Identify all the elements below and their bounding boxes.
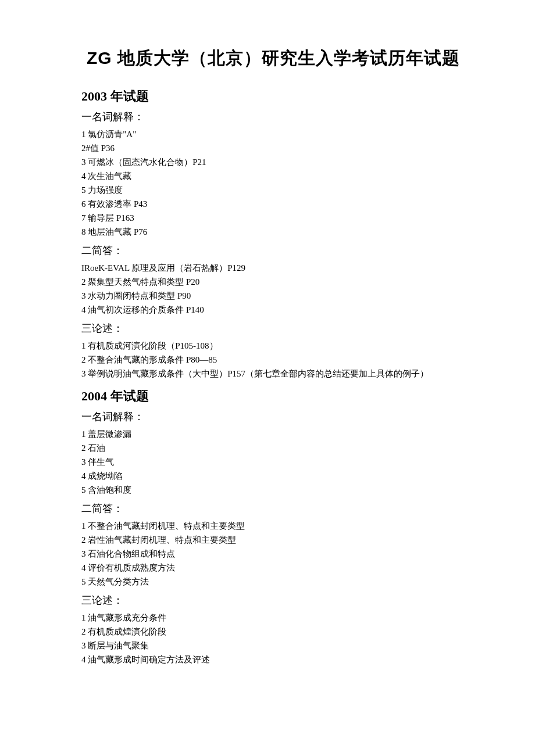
list-item: 2 不整合油气藏的形成条件 P80—85 <box>81 353 465 367</box>
list-item: 1 油气藏形成充分条件 <box>81 611 465 625</box>
item-list: 1 盖层微渗漏 2 石油 3 伴生气 4 成烧坳陷 5 含油饱和度 <box>81 427 465 497</box>
list-item: 3 水动力圈闭特点和类型 P90 <box>81 289 465 303</box>
list-item: 5 天然气分类方法 <box>81 575 465 589</box>
list-item: 4 油气藏形成时间确定方法及评述 <box>81 653 465 667</box>
list-item: 2#值 P36 <box>81 141 465 155</box>
list-item: 1 有机质成河演化阶段（P105-108） <box>81 339 465 353</box>
document-title: ZG 地质大学（北京）研究生入学考试历年试题 <box>81 46 465 70</box>
list-item: 2 石油 <box>81 441 465 455</box>
list-item: 2 岩性油气藏封闭机理、特点和主要类型 <box>81 533 465 547</box>
document-page: ZG 地质大学（北京）研究生入学考试历年试题 2003 年试题 一名词解释： 1… <box>0 0 535 728</box>
item-list: IRoeK-EVAL 原理及应用（岩石热解）P129 2 聚集型天然气特点和类型… <box>81 261 465 317</box>
list-item: 1 不整合油气藏封闭机理、特点和主要类型 <box>81 519 465 533</box>
list-item: 3 伴生气 <box>81 455 465 469</box>
list-item: 8 地层油气藏 P76 <box>81 225 465 239</box>
year-heading: 2004 年试题 <box>81 388 465 405</box>
list-item: 4 次生油气藏 <box>81 169 465 183</box>
list-item: 3 举例说明油气藏形成条件（大中型）P157（第七章全部内容的总结还要加上具体的… <box>81 367 465 381</box>
list-item: 3 断层与油气聚集 <box>81 639 465 653</box>
list-item: 4 评价有机质成熟度方法 <box>81 561 465 575</box>
list-item: 6 有效渗透率 P43 <box>81 197 465 211</box>
list-item: 4 成烧坳陷 <box>81 469 465 483</box>
list-item: 3 可燃冰（固态汽水化合物）P21 <box>81 155 465 169</box>
list-item: 5 含油饱和度 <box>81 483 465 497</box>
section-heading: 二简答： <box>81 243 465 257</box>
item-list: 1 氯仿沥青"A" 2#值 P36 3 可燃冰（固态汽水化合物）P21 4 次生… <box>81 127 465 239</box>
list-item: 4 油气初次运移的介质条件 P140 <box>81 303 465 317</box>
list-item: 1 盖层微渗漏 <box>81 427 465 441</box>
year-heading: 2003 年试题 <box>81 88 465 105</box>
list-item: 2 有机质成煌演化阶段 <box>81 625 465 639</box>
item-list: 1 不整合油气藏封闭机理、特点和主要类型 2 岩性油气藏封闭机理、特点和主要类型… <box>81 519 465 589</box>
item-list: 1 有机质成河演化阶段（P105-108） 2 不整合油气藏的形成条件 P80—… <box>81 339 465 381</box>
section-heading: 三论述： <box>81 593 465 607</box>
list-item: 1 氯仿沥青"A" <box>81 127 465 141</box>
section-heading: 一名词解释： <box>81 410 465 424</box>
section-heading: 二简答： <box>81 501 465 515</box>
list-item: 2 聚集型天然气特点和类型 P20 <box>81 275 465 289</box>
list-item: 7 输导层 P163 <box>81 211 465 225</box>
section-heading: 一名词解释： <box>81 110 465 124</box>
list-item: 3 石油化合物组成和特点 <box>81 547 465 561</box>
list-item: 5 力场强度 <box>81 183 465 197</box>
section-heading: 三论述： <box>81 321 465 335</box>
item-list: 1 油气藏形成充分条件 2 有机质成煌演化阶段 3 断层与油气聚集 4 油气藏形… <box>81 611 465 667</box>
list-item: IRoeK-EVAL 原理及应用（岩石热解）P129 <box>81 261 465 275</box>
